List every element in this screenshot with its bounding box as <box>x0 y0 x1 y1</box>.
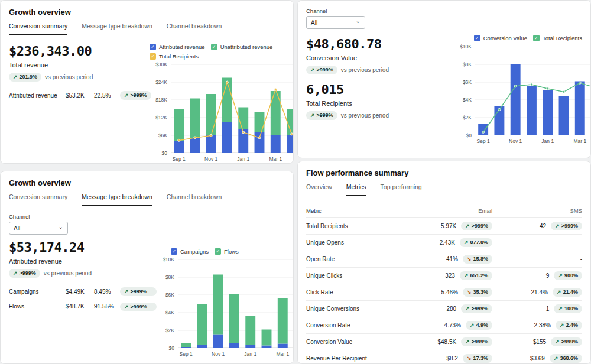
change-value: >999% <box>317 112 333 119</box>
breakdown-label: Flows <box>9 303 66 310</box>
change-badge: ↗201.9% <box>9 73 41 82</box>
trend-up-icon: ↗ <box>124 92 129 99</box>
x-axis-tick: Nov 1 <box>212 351 225 357</box>
metric-value: 42 <box>540 223 546 229</box>
change-value: 900% <box>564 272 578 279</box>
metric-value: - <box>580 239 582 246</box>
growth-overview-card-2: Growth overview Conversion summaryMessag… <box>0 171 294 364</box>
legend-checkbox[interactable]: ✓ <box>150 44 156 50</box>
metric-value: 1 <box>546 306 550 312</box>
trend-up-icon: ↗ <box>560 322 564 329</box>
legend-item-total-recipients[interactable]: ✓Total Recipients <box>150 53 199 60</box>
table-body: Total Recipients5.97K↗>999%42↗>999%Uniqu… <box>306 218 582 364</box>
channel-select-value: All <box>311 20 317 26</box>
trend-up-icon: ↗ <box>557 289 561 295</box>
tab-conversion-summary[interactable]: Conversion summary <box>9 193 67 206</box>
metric-cell: $155↗>999% <box>492 337 582 346</box>
growth-overview-card: Growth overview Conversion summaryMessag… <box>0 0 294 164</box>
trend-up-icon: ↗ <box>465 339 470 345</box>
change-badge: ↗>999% <box>120 91 151 100</box>
legend-checkbox[interactable]: ✓ <box>474 35 480 41</box>
legend-checkbox[interactable]: ✓ <box>171 248 177 255</box>
legend-item-campaigns[interactable]: ✓Campaigns <box>171 248 209 255</box>
growth-overview-tabs: Conversion summaryMessage type breakdown… <box>1 193 293 206</box>
tab-message-type-breakdown[interactable]: Message type breakdown <box>82 193 152 206</box>
change-badge: ↗100% <box>554 304 582 313</box>
trend-up-icon: ↗ <box>464 272 469 279</box>
metric-name: Unique Opens <box>306 239 404 246</box>
legend-checkbox[interactable]: ✓ <box>150 53 156 60</box>
card-title: Growth overview <box>9 178 285 187</box>
tab-channel-breakdown[interactable]: Channel breakdown <box>167 22 222 35</box>
change-value: 17.3% <box>473 355 488 362</box>
metric-value: 21.4% <box>531 289 548 295</box>
flow-metrics-table: Metric Email SMS Total Recipients5.97K↗>… <box>306 203 582 364</box>
metric-value: $48.5K <box>437 339 456 345</box>
x-axis-tick: Nov 1 <box>509 138 522 144</box>
legend-label: Attributed revenue <box>159 44 205 50</box>
metric-value: 323 <box>445 272 455 279</box>
breakdown-value: $4.49K <box>66 288 94 295</box>
metric-cell: 323↗651.2% <box>404 271 492 280</box>
y-axis-tick: $0 <box>466 132 472 138</box>
y-axis-left: $0$2K$4K$6K$8K$10K <box>454 47 475 135</box>
y-axis-tick: $6K <box>165 292 174 298</box>
legend-item-attributed-revenue[interactable]: ✓Attributed revenue <box>150 44 205 50</box>
tab-channel-breakdown[interactable]: Channel breakdown <box>167 193 222 206</box>
legend-item-conversion-value[interactable]: ✓Conversion Value <box>474 35 527 41</box>
legend-item-total-recipients[interactable]: ✓Total Recipients <box>533 35 582 41</box>
tab-conversion-summary[interactable]: Conversion summary <box>9 22 67 35</box>
breakdown-row-attributed-revenue: Attributed revenue$53.2K22.5%↗>999% <box>9 91 150 100</box>
change-badge: ↗>999% <box>461 304 492 313</box>
change-value: >999% <box>131 288 147 295</box>
change-badge: ↗>999% <box>551 222 582 230</box>
trend-down-icon: ↘ <box>467 289 472 295</box>
tab-metrics[interactable]: Metrics <box>346 183 366 196</box>
metric-cell: 21.4%↗21.4% <box>492 288 582 297</box>
change-badge: ↗>999% <box>551 337 582 346</box>
metric-value: $3.69 <box>530 355 545 362</box>
change-badge: ↘15.8% <box>463 255 492 264</box>
x-axis-tick: Jan 1 <box>541 138 554 144</box>
tab-overview[interactable]: Overview <box>306 183 332 196</box>
legend-checkbox[interactable]: ✓ <box>211 44 217 50</box>
tab-top-performing[interactable]: Top performing <box>381 183 422 196</box>
legend-checkbox[interactable]: ✓ <box>533 35 540 41</box>
metric-cell: 280↗>999% <box>404 304 492 313</box>
conversion-value-metric: $48,680.78 <box>306 37 454 51</box>
breakdown-share: 22.5% <box>94 92 120 99</box>
legend-label: Conversion Value <box>483 35 527 41</box>
metric-name: Unique Clicks <box>306 272 404 279</box>
change-value: 2.4% <box>566 322 578 329</box>
metric-name: Open Rate <box>306 256 404 262</box>
tab-message-type-breakdown[interactable]: Message type breakdown <box>82 22 152 35</box>
x-axis: Sep 1Nov 1Jan 1Mar 1May 1Jul 1 <box>178 348 294 359</box>
y-axis-tick: $4K <box>463 97 472 103</box>
flow-performance-tabs: OverviewMetricsTop performing <box>298 183 590 196</box>
change-badge: ↗>999% <box>306 111 337 120</box>
metric-value: 2.38% <box>534 322 551 329</box>
flow-performance-card: Flow performance summary OverviewMetrics… <box>297 161 591 364</box>
change-value: 4.9% <box>476 322 488 329</box>
metric-value: 4.73% <box>444 322 461 329</box>
legend-item-flows[interactable]: ✓Flows <box>215 248 239 255</box>
chart-legend: ✓Conversion Value✓Total Recipients <box>454 35 582 41</box>
trend-up-icon: ↗ <box>124 304 129 310</box>
y-axis-tick: $0 <box>169 345 174 351</box>
x-axis-tick: Mar 1 <box>269 156 282 162</box>
channel-select-value: All <box>14 225 20 232</box>
metric-name: Click Rate <box>306 289 404 295</box>
channel-filter-label: Channel <box>9 213 285 220</box>
legend-checkbox[interactable]: ✓ <box>215 248 221 255</box>
attributed-revenue-label: Attributed revenue <box>9 258 157 265</box>
channel-select[interactable]: All ⌄ <box>306 16 365 29</box>
channel-select[interactable]: All ⌄ <box>9 222 68 235</box>
change-value: >999% <box>131 92 147 99</box>
change-badge: ↗>999% <box>461 222 492 230</box>
legend-item-unattributed-revenue[interactable]: ✓Unattributed revenue <box>211 44 273 50</box>
conversion-value-label: Conversion Value <box>306 54 454 61</box>
change-value: >999% <box>561 223 578 229</box>
vs-previous-period-label: vs previous period <box>341 112 389 119</box>
metric-cell: $8.2↘17.3% <box>404 354 492 363</box>
table-row-unique-opens: Unique Opens2.43K↗877.8%- <box>306 235 582 251</box>
